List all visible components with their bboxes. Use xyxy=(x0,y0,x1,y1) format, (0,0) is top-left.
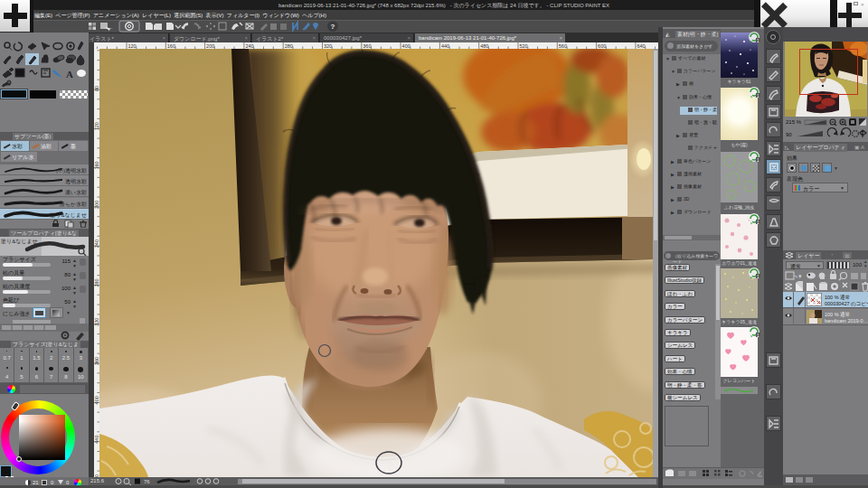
svg-text:440: 440 xyxy=(94,436,99,444)
svg-text:90: 90 xyxy=(786,132,792,137)
svg-text:120: 120 xyxy=(94,122,99,130)
svg-text:400: 400 xyxy=(402,43,410,49)
svg-text:▾: ▾ xyxy=(798,273,802,279)
svg-text:?: ? xyxy=(331,23,335,31)
svg-text:600: 600 xyxy=(598,43,606,49)
svg-text:560: 560 xyxy=(559,43,567,49)
svg-text:80: 80 xyxy=(94,86,99,91)
svg-text:280: 280 xyxy=(285,43,293,49)
svg-text:360: 360 xyxy=(363,43,371,49)
svg-text:200: 200 xyxy=(206,43,214,49)
svg-text:A: A xyxy=(66,69,73,80)
svg-text:240: 240 xyxy=(245,43,253,49)
svg-text:76: 76 xyxy=(144,479,150,484)
svg-text:160: 160 xyxy=(94,161,99,169)
svg-text:320: 320 xyxy=(94,318,99,326)
svg-text:440: 440 xyxy=(441,43,449,49)
svg-text:360: 360 xyxy=(94,357,99,365)
svg-text:240: 240 xyxy=(94,239,99,248)
svg-text:160: 160 xyxy=(167,43,175,49)
svg-text:480: 480 xyxy=(480,43,488,49)
svg-text:320: 320 xyxy=(324,43,332,49)
svg-text:120: 120 xyxy=(128,43,137,49)
svg-text:400: 400 xyxy=(94,396,99,404)
svg-text:280: 280 xyxy=(94,278,99,286)
svg-text:200: 200 xyxy=(94,201,99,209)
svg-text:640: 640 xyxy=(637,43,645,49)
svg-text:520: 520 xyxy=(520,43,528,49)
